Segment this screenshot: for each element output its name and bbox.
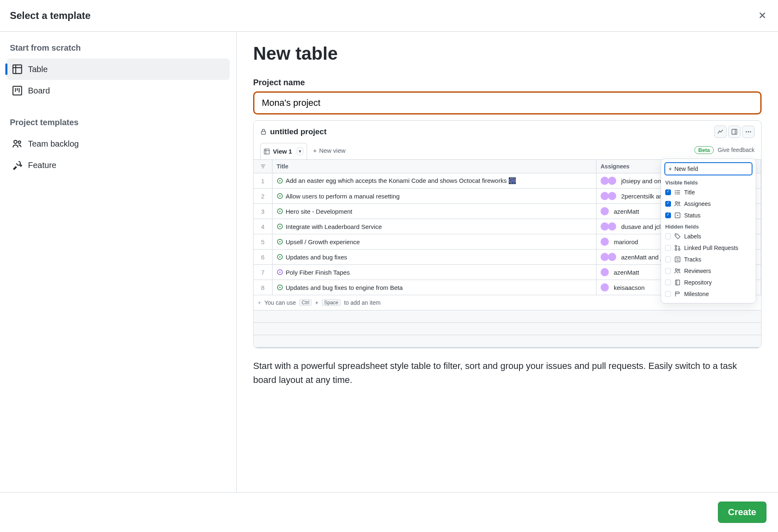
checkbox-icon	[665, 212, 671, 218]
svg-point-47	[675, 245, 677, 247]
select-icon	[674, 212, 681, 219]
column-title[interactable]: Title	[273, 160, 596, 173]
project-name-input[interactable]	[253, 91, 762, 114]
svg-rect-10	[732, 129, 737, 134]
svg-point-22	[280, 180, 281, 182]
issue-open-icon	[277, 208, 283, 215]
sidebar-item-table[interactable]: Table	[7, 58, 230, 80]
new-field-label: New field	[674, 166, 698, 172]
row-title[interactable]: Integrate with Leaderboard Service	[273, 219, 596, 234]
field-label: Status	[684, 212, 701, 219]
avatar	[601, 192, 609, 200]
avatar	[601, 177, 609, 185]
issue-open-icon	[277, 284, 283, 291]
sidebar-item-board[interactable]: Board	[7, 80, 230, 101]
view-tab[interactable]: View 1 ▾	[260, 143, 307, 159]
field-toggle[interactable]: Status	[664, 210, 752, 221]
avatar	[608, 177, 616, 185]
filter-icon[interactable]	[260, 163, 266, 169]
checkbox-icon	[665, 257, 671, 262]
sidebar-item-label: Team backlog	[28, 139, 79, 149]
avatar	[601, 238, 609, 246]
svg-point-43	[676, 202, 678, 204]
issue-open-icon	[277, 177, 283, 184]
sidebar-item-feature[interactable]: Feature	[7, 154, 230, 176]
svg-point-36	[280, 287, 281, 288]
table-icon	[264, 149, 270, 154]
issue-open-icon	[277, 254, 283, 260]
people-icon	[674, 201, 681, 207]
svg-rect-0	[13, 65, 22, 74]
row-title[interactable]: Hero site - Development	[273, 204, 596, 219]
field-label: Labels	[684, 233, 701, 240]
svg-point-44	[678, 202, 680, 204]
panel-icon[interactable]	[728, 126, 741, 138]
svg-point-14	[750, 131, 751, 133]
checkbox-icon	[665, 245, 671, 251]
create-button[interactable]: Create	[718, 502, 766, 523]
kbd-plus: +	[315, 299, 318, 306]
avatar	[601, 283, 609, 292]
plus-icon: +	[669, 166, 672, 172]
svg-point-13	[748, 131, 749, 133]
close-icon[interactable]: ✕	[758, 10, 766, 21]
new-field-button[interactable]: + New field	[664, 162, 752, 175]
repo-icon	[674, 279, 681, 286]
avatar	[601, 222, 609, 231]
svg-point-49	[678, 249, 680, 250]
feedback-link[interactable]: Give feedback	[718, 147, 755, 153]
plus-icon: +	[258, 299, 261, 306]
chevron-down-icon[interactable]: ▾	[297, 147, 303, 155]
row-title[interactable]: Add an easter egg which accepts the Kona…	[273, 173, 596, 189]
row-title[interactable]: Updates and bug fixes to engine from Bet…	[273, 280, 596, 295]
issue-open-icon	[277, 223, 283, 230]
svg-rect-9	[261, 131, 266, 134]
row-title[interactable]: Poly Fiber Finish Tapes	[273, 265, 596, 280]
beta-badge: Beta	[694, 146, 713, 154]
new-view-button[interactable]: New view	[313, 147, 345, 156]
svg-point-40	[675, 191, 676, 191]
svg-point-26	[280, 211, 281, 212]
page-title: New table	[253, 43, 762, 64]
field-label: Milestone	[684, 291, 709, 297]
row-number: 1	[254, 173, 273, 189]
checkbox-icon	[665, 280, 671, 285]
svg-rect-15	[264, 149, 269, 154]
tracks-icon	[674, 256, 681, 263]
field-toggle[interactable]: Labels	[664, 231, 752, 242]
field-toggle[interactable]: Linked Pull Requests	[664, 242, 752, 254]
sidebar-item-team-backlog[interactable]: Team backlog	[7, 133, 230, 154]
sidebar-section-scratch: Start from scratch	[7, 41, 230, 58]
insights-icon[interactable]	[714, 126, 727, 138]
visible-fields-title: Visible fields	[665, 180, 752, 186]
field-toggle[interactable]: Milestone	[664, 288, 752, 300]
row-title[interactable]: Allow users to perform a manual resettin…	[273, 189, 596, 204]
people-icon	[12, 139, 22, 149]
field-toggle[interactable]: Reviewers	[664, 265, 752, 277]
row-title[interactable]: Updates and bug fixes	[273, 250, 596, 265]
project-name-label: Project name	[253, 78, 762, 87]
field-label: Assignees	[684, 201, 711, 207]
add-row-prefix: You can use	[264, 299, 296, 306]
pr-icon	[674, 245, 681, 251]
row-title[interactable]: Upsell / Growth experience	[273, 234, 596, 250]
field-toggle[interactable]: Title	[664, 187, 752, 198]
view-tab-label: View 1	[273, 148, 292, 155]
svg-rect-55	[676, 280, 680, 285]
checkbox-icon	[665, 189, 671, 195]
milestone-icon	[674, 291, 681, 297]
field-toggle[interactable]: Tracks	[664, 254, 752, 265]
issue-open-icon	[277, 193, 283, 199]
lock-icon	[260, 128, 267, 135]
field-toggle[interactable]: Repository	[664, 277, 752, 288]
field-toggle[interactable]: Assignees	[664, 198, 752, 210]
sidebar: Start from scratch Table Board Project t…	[0, 32, 237, 492]
kebab-icon[interactable]	[742, 126, 755, 138]
preview-project-title: untitled project	[270, 127, 326, 136]
row-number: 6	[254, 250, 273, 265]
avatar	[608, 222, 616, 231]
list-icon	[674, 189, 681, 196]
table-icon	[12, 64, 22, 74]
hidden-fields-title: Hidden fields	[665, 224, 752, 230]
avatar	[608, 253, 616, 261]
